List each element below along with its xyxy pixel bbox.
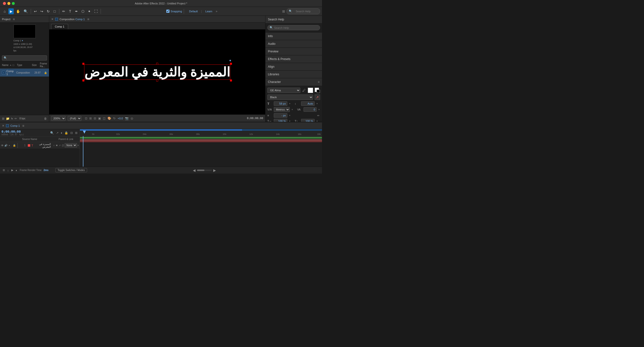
camera-icon[interactable]: 📷 (124, 116, 129, 121)
effects-presets-header[interactable]: Effects & Presets (266, 55, 322, 63)
select-tool[interactable]: ▶ (8, 8, 14, 14)
font-color-stroke-swatch[interactable] (314, 88, 320, 93)
font-style-select[interactable]: Black (268, 95, 313, 100)
leading-value[interactable]: Auto (301, 101, 314, 106)
transparency-icon[interactable]: ◫ (102, 116, 106, 121)
indent-value[interactable]: - px (274, 113, 287, 118)
preview-header[interactable]: Preview (266, 48, 322, 55)
workspace-more-button[interactable]: » (216, 10, 218, 13)
close-button[interactable] (3, 2, 6, 5)
scale-horiz-decrement[interactable]: ▼ (289, 120, 291, 122)
info-header[interactable]: Info (266, 33, 322, 40)
overlay-icon[interactable]: ⊟ (93, 116, 97, 121)
layer-motion-btn[interactable]: ↗ (58, 144, 61, 147)
puppet-tool[interactable]: ✦ (86, 8, 92, 14)
search-help-header[interactable]: Search Help (266, 16, 322, 23)
kerning-decrement[interactable]: ▼ (291, 109, 293, 111)
search-help-input[interactable] (293, 9, 318, 14)
grid-icon[interactable]: ⊞ (89, 116, 92, 121)
lock-button[interactable]: 🔒 (64, 131, 69, 135)
audio-header[interactable]: Audio (266, 40, 322, 48)
fit-icon[interactable]: ⊡ (84, 116, 88, 121)
project-menu-icon[interactable]: ≡ (13, 17, 15, 21)
zoom-tool[interactable]: 🔍 (22, 8, 29, 14)
fx-icon[interactable]: fx (11, 117, 13, 120)
scale-vert-decrement[interactable]: ▼ (316, 120, 318, 122)
font-color-swatch[interactable] (308, 88, 313, 93)
zoom-select[interactable]: 200% (51, 116, 66, 121)
font-size-value[interactable]: 58 px (274, 101, 287, 106)
text-tool[interactable]: T (68, 8, 73, 14)
scale-horiz-value[interactable]: 100 % (274, 119, 287, 122)
libraries-header[interactable]: Libraries (266, 71, 322, 78)
solo-button[interactable]: ♦ (60, 131, 63, 135)
comp-menu-icon[interactable]: ≡ (87, 17, 89, 21)
layer-audio-icon[interactable]: 🔊 (4, 144, 8, 147)
layer-visibility-icon[interactable]: 👁 (1, 144, 4, 147)
hand-tool[interactable]: ✋ (15, 8, 22, 14)
snapping-checkbox[interactable] (166, 10, 170, 13)
project-item-comp1[interactable]: C Comp 1 Composition 29.97 🔒 (0, 69, 49, 77)
character-header[interactable]: Character ≡ (266, 78, 322, 86)
trash-icon[interactable]: 🗑 (44, 117, 47, 120)
folder-icon[interactable]: 📁 (6, 117, 10, 120)
workspace-learn-button[interactable]: Learn (204, 9, 214, 13)
refresh-icon[interactable]: ↻ (113, 116, 116, 121)
scrub-right-btn[interactable]: ▶ (213, 168, 216, 172)
character-menu-icon[interactable]: ≡ (318, 80, 320, 84)
preview-btn[interactable]: ▶ (10, 168, 14, 172)
timeline-menu-icon[interactable]: ≡ (22, 124, 24, 128)
comp-close-button[interactable]: ✕ (51, 18, 54, 21)
comp-marker-btn[interactable]: ⊞ (2, 168, 6, 172)
scrubber-track[interactable] (197, 170, 212, 171)
collapse-button[interactable]: ⊟ (70, 131, 74, 135)
new-comp-icon[interactable]: ⊞ (2, 117, 4, 120)
layer-lock-icon[interactable]: 🔒 (13, 144, 16, 147)
viewer-icon[interactable]: ◎ (130, 116, 134, 121)
home-button[interactable]: ⌂ (2, 8, 8, 14)
undo-button[interactable]: ↩ (33, 8, 38, 14)
workspace-default-button[interactable]: Default (188, 9, 199, 13)
project-search-input[interactable] (8, 57, 45, 60)
kerning-select[interactable]: Metrics (274, 107, 290, 112)
font-size-decrement[interactable]: ▼ (289, 103, 291, 105)
toggle-switches-btn[interactable]: Toggle Switches / Modes (55, 168, 87, 172)
paint-icon[interactable]: ✏ (14, 117, 17, 120)
add-marker-btn[interactable]: ♦ (15, 168, 18, 172)
layer-effect-btn[interactable]: ✱ (56, 144, 58, 147)
clone-tool[interactable]: ⬡ (80, 8, 86, 14)
timeline-close-button[interactable]: ✕ (2, 124, 4, 128)
tracking-decrement[interactable]: ▼ (318, 109, 320, 111)
tracking-value[interactable]: 0 (304, 107, 316, 112)
leading-decrement[interactable]: ▼ (316, 103, 318, 105)
comp-tab-main[interactable]: Comp 1 (51, 24, 68, 29)
rotation-tool[interactable]: ↻ (46, 8, 51, 14)
minimize-button[interactable] (8, 2, 10, 5)
font-family-select[interactable]: GE Alma (268, 88, 300, 93)
resolution-select[interactable]: (Full) (68, 116, 82, 121)
eyedropper-icon[interactable]: 🖊 (302, 88, 306, 93)
search-help-field[interactable] (274, 26, 318, 29)
paint-tool[interactable]: ✒ (74, 8, 79, 14)
layer-name[interactable]: المميزة في المعرض (36, 142, 52, 149)
redo-button[interactable]: ↪ (39, 8, 44, 14)
indent-decrement[interactable]: ▼ (289, 114, 291, 117)
expand-icon[interactable]: ⇔ (316, 114, 320, 117)
guide-button[interactable]: ⊞ (74, 131, 78, 135)
scale-vert-value[interactable]: 100 % (301, 119, 314, 122)
timeline-ruler[interactable]: 0s 02s 04s 06s 08s 10s 12s 14s 16s 18s (80, 131, 322, 136)
maximize-button[interactable] (12, 2, 15, 5)
pen-tool[interactable]: ✏ (61, 8, 66, 14)
rect-tool[interactable]: □ (52, 8, 57, 14)
reset-color-icon[interactable]: ↗ (314, 95, 320, 100)
current-time-display[interactable]: 0;00;00;00 (2, 130, 24, 133)
shape-tool[interactable]: ⛶ (93, 8, 99, 14)
color-icon[interactable]: 🎨 (107, 116, 112, 121)
parent-button[interactable]: ↗ (55, 131, 59, 135)
scrub-left-btn[interactable]: ◀ (193, 168, 196, 172)
layer-solo-icon[interactable]: ● (8, 144, 12, 147)
region-icon[interactable]: ▣ (98, 116, 101, 121)
work-area-btn[interactable]: ↕ (7, 168, 10, 172)
layer-3d-btn[interactable]: ☆ (53, 144, 55, 147)
parent-select[interactable]: None (65, 143, 77, 147)
